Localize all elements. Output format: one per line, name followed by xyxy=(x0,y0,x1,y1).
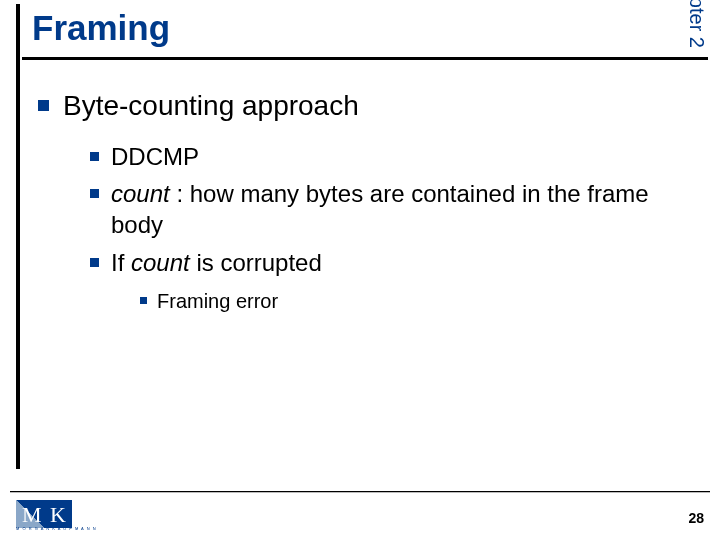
left-rail xyxy=(16,4,20,469)
square-bullet-icon xyxy=(90,258,99,267)
content-area: Byte-counting approach DDCMPcount : how … xyxy=(38,88,678,324)
text-segment: DDCMP xyxy=(111,143,199,170)
bullet-level2: count : how many bytes are contained in … xyxy=(90,178,678,240)
title-rule xyxy=(22,57,708,60)
logo-subtext: M O R G A N K A U F M A N N xyxy=(16,526,97,531)
level2-group: DDCMPcount : how many bytes are containe… xyxy=(90,141,678,314)
bullet-text: count : how many bytes are contained in … xyxy=(111,178,678,240)
chapter-label: Chapter 2 xyxy=(685,0,708,48)
bullet-level2: DDCMP xyxy=(90,141,678,172)
square-bullet-icon xyxy=(38,100,49,111)
text-segment: : how many bytes are contained in the fr… xyxy=(111,180,649,238)
square-bullet-icon xyxy=(140,297,147,304)
bullet-level3: Framing error xyxy=(140,288,678,314)
text-segment: is corrupted xyxy=(190,249,322,276)
square-bullet-icon xyxy=(90,152,99,161)
bullet-level2: If count is corruptedFraming error xyxy=(90,247,678,314)
text-segment: If xyxy=(111,249,131,276)
bullet-text: Byte-counting approach xyxy=(63,88,359,123)
logo-letter-k: K xyxy=(50,502,66,528)
slide: Framing Chapter 2 Byte-counting approach… xyxy=(0,0,720,540)
bullet-level1: Byte-counting approach DDCMPcount : how … xyxy=(38,88,678,314)
text-segment: count xyxy=(111,180,170,207)
level3-group: Framing error xyxy=(140,288,678,314)
publisher-logo: M K M O R G A N K A U F M A N N xyxy=(16,500,72,534)
bullet-text: DDCMP xyxy=(111,141,199,172)
logo-letter-m: M xyxy=(22,502,42,528)
slide-title: Framing xyxy=(32,8,170,48)
text-segment: count xyxy=(131,249,190,276)
page-number: 28 xyxy=(688,510,704,526)
square-bullet-icon xyxy=(90,189,99,198)
footer-rule xyxy=(10,491,710,493)
bullet-text: Framing error xyxy=(157,288,278,314)
bullet-text: If count is corrupted xyxy=(111,247,322,278)
